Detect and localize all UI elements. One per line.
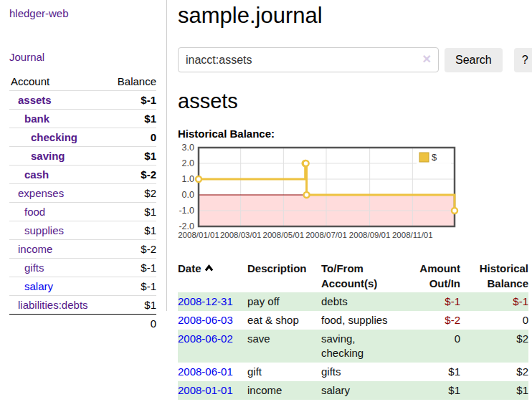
account-name-cell: income <box>9 240 108 259</box>
balance-column-header: Balance <box>108 74 156 91</box>
data-point-marker <box>304 192 310 198</box>
transaction-date-cell: 2008-01-01 <box>178 381 247 400</box>
account-balance-value: $-1 <box>108 91 156 110</box>
transaction-row: 2008-12-31pay offdebts$-1$-1 <box>178 292 528 311</box>
main-content: sample.journal ✕ Search ? assets Histori… <box>167 0 532 400</box>
historical-balance-chart: $3.02.01.00.0-1.0-2.02008/01/012008/03/0… <box>178 145 529 249</box>
account-balance-value: $1 <box>108 203 156 221</box>
search-input[interactable] <box>178 47 439 72</box>
accounts-column-header: To/From Account(s) <box>321 259 400 292</box>
account-name-cell: liabilities:debts <box>9 296 108 315</box>
account-name-cell: food <box>9 203 108 221</box>
account-name-cell: bank <box>9 110 108 128</box>
transaction-balance-cell: 0 <box>460 311 528 330</box>
y-tick-label: 2.0 <box>182 158 194 168</box>
account-name-cell: checking <box>9 128 108 147</box>
transaction-description-cell: save <box>247 330 321 363</box>
date-column-header[interactable]: Date <box>178 259 247 292</box>
sidebar-account-link[interactable]: bank <box>24 112 49 125</box>
account-name-cell: cash <box>9 166 108 184</box>
transaction-date-cell: 2008-06-03 <box>178 311 247 330</box>
search-button[interactable]: Search <box>445 48 503 72</box>
transaction-row: 2008-06-01giftgifts$1$2 <box>178 363 528 381</box>
transaction-date-link[interactable]: 2008-06-01 <box>178 365 233 378</box>
search-input-wrap: ✕ <box>178 47 439 72</box>
account-row: expenses$2 <box>9 184 156 203</box>
transaction-accounts-cell: debts <box>321 292 400 311</box>
transaction-date-link[interactable]: 2008-06-03 <box>178 314 233 326</box>
x-tick-label: 2008/03/01 <box>220 231 262 239</box>
account-name-cell: saving <box>9 147 108 166</box>
sidebar-account-link[interactable]: liabilities:debts <box>18 299 88 311</box>
account-row: salary$-1 <box>9 277 156 296</box>
account-name-cell: supplies <box>9 221 108 240</box>
transaction-balance-cell: $-1 <box>460 292 528 311</box>
sidebar-account-link[interactable]: gifts <box>24 262 44 274</box>
account-row: supplies$1 <box>9 221 156 240</box>
transaction-date-cell: 2008-06-02 <box>178 330 247 363</box>
transaction-date-cell: 2008-06-01 <box>178 363 247 381</box>
transaction-date-link[interactable]: 2008-12-31 <box>178 295 233 307</box>
account-row: cash$-2 <box>9 166 156 184</box>
transaction-description-cell: eat & shop <box>247 311 321 330</box>
balance-column-header-txn: Historical Balance <box>460 259 528 292</box>
page-title: sample.journal <box>178 3 532 29</box>
account-name-cell: gifts <box>9 259 108 277</box>
account-total-row: 0 <box>9 315 156 333</box>
data-point-marker <box>452 208 457 214</box>
sidebar-item-journal[interactable]: Journal <box>9 51 44 63</box>
journal-nav: Journal <box>9 51 156 63</box>
sidebar-account-link[interactable]: salary <box>24 280 53 292</box>
transaction-date-link[interactable]: 2008-01-01 <box>178 384 233 396</box>
sort-ascending-icon <box>204 260 214 275</box>
chart-title: Historical Balance: <box>178 128 532 140</box>
sidebar-account-link[interactable]: expenses <box>18 187 64 199</box>
transaction-amount-cell: $-1 <box>400 292 460 311</box>
transaction-accounts-cell: gifts <box>321 363 400 381</box>
account-balance-value: $2 <box>108 184 156 203</box>
transaction-accounts-cell: food, supplies <box>321 311 400 330</box>
sidebar-account-link[interactable]: assets <box>18 94 52 106</box>
page: hledger-web Journal Account Balance asse… <box>0 0 532 400</box>
transaction-balance-cell: $2 <box>460 363 528 381</box>
y-tick-label: -2.0 <box>179 221 194 231</box>
transaction-accounts-cell: saving, checking <box>321 330 400 363</box>
legend-label: $ <box>432 152 437 163</box>
x-tick-label: 2008/01/01 <box>178 231 219 239</box>
x-tick-label: 2008/05/01 <box>263 231 305 239</box>
transaction-description-cell: gift <box>247 363 321 381</box>
account-balance-value: $-2 <box>108 166 156 184</box>
sidebar-account-link[interactable]: income <box>18 243 52 255</box>
app-title: hledger-web <box>9 7 156 19</box>
account-balance-value: $-1 <box>108 277 156 296</box>
account-name-cell: assets <box>9 91 108 110</box>
account-column-header: Account <box>9 74 108 91</box>
transaction-amount-cell: 0 <box>400 330 460 363</box>
transaction-row: 2008-01-01incomesalary$1$1 <box>178 381 528 400</box>
account-balance-table: Account Balance assets$-1bank$1checking0… <box>9 74 156 332</box>
y-tick-label: 1.0 <box>182 174 194 184</box>
transaction-balance-cell: $2 <box>460 330 528 363</box>
account-table-header-row: Account Balance <box>9 74 156 91</box>
account-row: saving$1 <box>9 147 156 166</box>
sidebar-account-link[interactable]: supplies <box>24 224 64 236</box>
transaction-date-cell: 2008-12-31 <box>178 292 247 311</box>
data-point-marker <box>303 160 309 166</box>
account-balance-value: $1 <box>108 110 156 128</box>
account-balance-value: 0 <box>108 128 156 147</box>
sidebar-account-link[interactable]: food <box>24 206 45 218</box>
y-tick-label: -1.0 <box>179 206 194 216</box>
sidebar-account-link[interactable]: saving <box>31 150 65 162</box>
clear-search-icon[interactable]: ✕ <box>422 52 432 66</box>
transaction-date-link[interactable]: 2008-06-02 <box>178 332 233 345</box>
transactions-body: 2008-12-31pay offdebts$-1$-12008-06-03ea… <box>178 292 528 400</box>
transaction-amount-cell: $1 <box>400 363 460 381</box>
sidebar-account-link[interactable]: checking <box>31 131 77 143</box>
app-title-link[interactable]: hledger-web <box>9 7 69 19</box>
x-tick-label: 2008/09/01 <box>349 231 391 239</box>
sidebar-account-link[interactable]: cash <box>24 168 49 181</box>
transaction-amount-cell: $-2 <box>400 311 460 330</box>
legend-swatch <box>419 153 429 162</box>
account-name-cell: expenses <box>9 184 108 203</box>
help-button[interactable]: ? <box>514 48 532 72</box>
